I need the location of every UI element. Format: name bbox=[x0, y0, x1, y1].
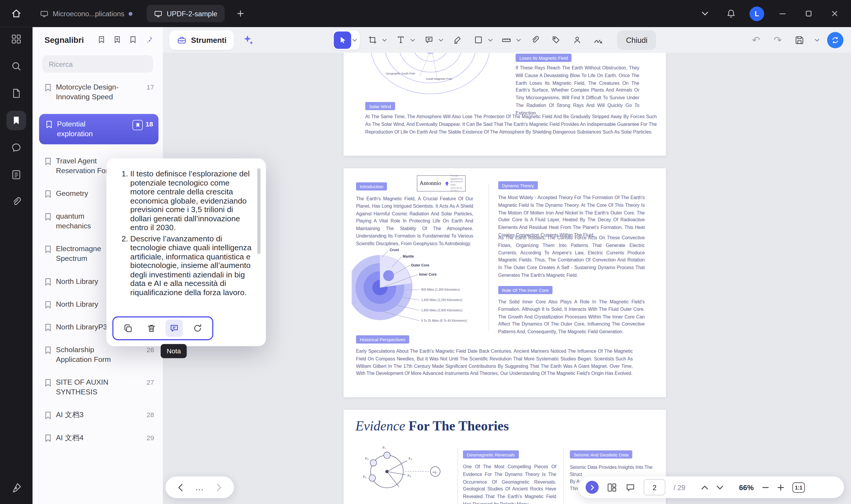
maximize-button[interactable] bbox=[801, 6, 816, 21]
back-button[interactable] bbox=[178, 483, 183, 491]
strumenti-button[interactable]: Strumenti bbox=[169, 30, 234, 50]
toolbox-icon bbox=[177, 35, 187, 44]
pages-button[interactable] bbox=[6, 84, 26, 103]
undo-button[interactable]: ↶ bbox=[748, 32, 763, 47]
bookmark-item[interactable]: Motorcycle Design-Innovating Speed 17 bbox=[38, 82, 159, 103]
frame-tool[interactable] bbox=[364, 31, 381, 49]
tabs-dropdown-button[interactable] bbox=[698, 6, 712, 21]
more-pages-button[interactable]: ... bbox=[196, 483, 204, 492]
section-label: Seismic And Geodetic Data bbox=[570, 450, 632, 458]
next-page-button[interactable] bbox=[716, 485, 723, 490]
comments-button[interactable] bbox=[6, 138, 26, 158]
bookmarks-button[interactable] bbox=[6, 111, 26, 130]
zoom-level: 66% bbox=[739, 483, 754, 491]
bookmark-page: 17 bbox=[147, 84, 154, 91]
tools-group: Chiudi bbox=[333, 30, 656, 50]
ruler-icon bbox=[502, 35, 511, 44]
attachments-button[interactable] bbox=[6, 192, 26, 212]
signature-pen-button[interactable] bbox=[6, 478, 26, 498]
paragraph: Early Speculations About The Earth's Mag… bbox=[356, 348, 633, 378]
expand-button[interactable] bbox=[586, 481, 599, 494]
highlighter-tool[interactable] bbox=[449, 31, 466, 49]
delete-button[interactable] bbox=[142, 320, 160, 337]
frame-tool-dropdown[interactable] bbox=[381, 31, 388, 49]
paragraph: One Of The Most Compelling Pieces Of Evi… bbox=[463, 464, 556, 504]
pin-panel-button[interactable] bbox=[143, 34, 154, 45]
digital-signature-stamp[interactable]: Antonnio Firmato digitalmente da Antonni… bbox=[417, 175, 466, 192]
cloud-share-button[interactable] bbox=[827, 32, 843, 48]
attachment-tool[interactable] bbox=[526, 31, 543, 49]
regenerate-button[interactable] bbox=[189, 320, 206, 337]
paragraph: The Most Widely - Accepted Theory For Th… bbox=[498, 194, 645, 239]
popup-scrollbar[interactable] bbox=[257, 168, 260, 254]
copy-button[interactable] bbox=[120, 320, 137, 337]
minimize-button[interactable] bbox=[775, 6, 790, 21]
select-tool[interactable] bbox=[334, 31, 351, 49]
fit-page-button[interactable]: 1:1 bbox=[792, 482, 805, 492]
add-bookmark-button[interactable] bbox=[112, 34, 123, 45]
nav-pill: ... bbox=[165, 476, 234, 498]
apps-grid-button[interactable] bbox=[6, 29, 26, 49]
trash-icon bbox=[146, 324, 156, 333]
save-dropdown[interactable] bbox=[813, 31, 820, 49]
svg-text:800 Miles (1,300 Kilometers): 800 Miles (1,300 Kilometers) bbox=[421, 288, 460, 291]
comments-toggle-button[interactable] bbox=[625, 482, 636, 492]
bookmark-icon bbox=[44, 213, 52, 221]
document-canvas[interactable]: Geographic South Pole South Magnetic Pol… bbox=[163, 53, 851, 504]
text-tool-dropdown[interactable] bbox=[410, 31, 417, 49]
thumbnails-icon bbox=[606, 482, 617, 492]
save-button[interactable] bbox=[792, 32, 807, 47]
user-avatar[interactable]: L bbox=[750, 6, 764, 21]
bookmark-item-selected[interactable]: Potential exploration 18 bbox=[39, 114, 158, 144]
svg-text:5 To 25 Miles (8 To 40 Kilomet: 5 To 25 Miles (8 To 40 Kilometers) bbox=[421, 319, 467, 322]
bookmark-item[interactable]: AI 文档4 29 bbox=[38, 432, 159, 444]
document-outline-button[interactable] bbox=[6, 165, 26, 184]
page-total-label: / 29 bbox=[673, 483, 685, 491]
chiudi-button[interactable]: Chiudi bbox=[617, 30, 656, 50]
bookmark-scan-button[interactable] bbox=[96, 34, 107, 45]
bookmark-list-button[interactable] bbox=[128, 34, 139, 45]
bookmark-item[interactable]: SITE OF AUXIN SYNTHESIS 27 bbox=[38, 377, 159, 398]
ai-sparkle-icon bbox=[242, 33, 255, 47]
note-item: Il testo definisce l’esplorazione del po… bbox=[130, 169, 252, 232]
close-button[interactable] bbox=[827, 6, 842, 21]
svg-text:+q: +q bbox=[433, 470, 436, 474]
section-label: Geomagnetic Reversals bbox=[463, 450, 519, 458]
tab-document-1[interactable]: Microecono...plications bbox=[33, 5, 140, 22]
zoom-out-button[interactable] bbox=[762, 484, 769, 491]
tab-document-2[interactable]: UPDF-2-sample bbox=[147, 5, 225, 22]
signature-seal-icon bbox=[445, 181, 449, 186]
page-thumbnails-button[interactable] bbox=[606, 482, 617, 492]
bookmark-icon bbox=[44, 84, 52, 92]
shape-tool[interactable] bbox=[470, 31, 487, 49]
text-tool[interactable] bbox=[392, 31, 410, 49]
sticker-tool[interactable] bbox=[547, 31, 565, 49]
bookmark-item[interactable]: Scholarship Application Form 26 bbox=[38, 344, 159, 365]
measure-tool-dropdown[interactable] bbox=[515, 31, 522, 49]
apps-grid-icon bbox=[11, 34, 22, 44]
notifications-button[interactable] bbox=[723, 6, 738, 21]
new-tab-button[interactable] bbox=[233, 5, 249, 22]
ai-assistant-button[interactable] bbox=[238, 30, 258, 50]
search-input[interactable] bbox=[42, 55, 153, 73]
note-button[interactable] bbox=[166, 320, 183, 337]
bookmark-item[interactable]: AI 文档3 28 bbox=[38, 409, 159, 421]
page-number-input[interactable] bbox=[644, 479, 665, 496]
shape-tool-dropdown[interactable] bbox=[487, 31, 494, 49]
measure-tool[interactable] bbox=[498, 31, 515, 49]
chevron-down-icon bbox=[352, 38, 358, 41]
stamp-tool[interactable] bbox=[568, 31, 586, 49]
signature-tool[interactable] bbox=[590, 31, 607, 49]
plus-icon bbox=[237, 10, 245, 17]
panel-title: Segnalibri bbox=[44, 35, 84, 44]
comment-tool[interactable] bbox=[420, 31, 438, 49]
search-button[interactable] bbox=[6, 56, 26, 76]
zoom-in-button[interactable] bbox=[777, 484, 784, 491]
comment-tool-dropdown[interactable] bbox=[438, 31, 445, 49]
previous-page-button[interactable] bbox=[701, 485, 708, 490]
chevron-right-icon bbox=[217, 483, 222, 491]
home-button[interactable] bbox=[6, 4, 26, 23]
forward-button[interactable] bbox=[217, 483, 222, 491]
redo-button[interactable]: ↷ bbox=[770, 32, 785, 47]
select-tool-dropdown[interactable] bbox=[351, 31, 358, 49]
